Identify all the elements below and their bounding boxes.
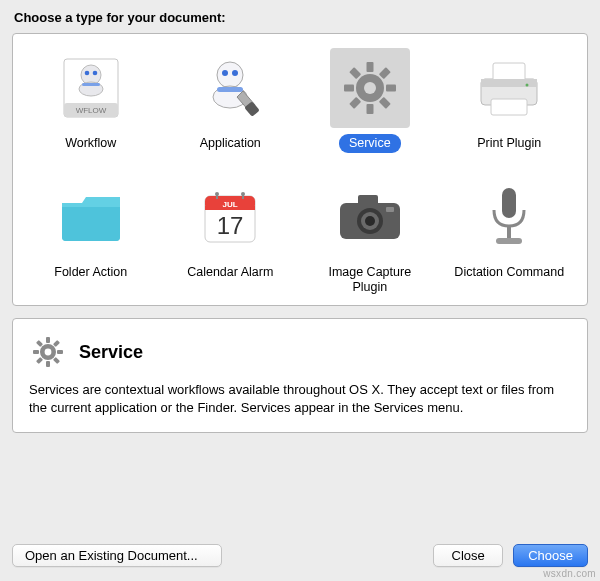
type-application[interactable]: Application [163, 48, 299, 153]
svg-rect-51 [33, 350, 39, 354]
watermark: wsxdn.com [543, 568, 596, 579]
svg-rect-52 [57, 350, 63, 354]
description-panel: Service Services are contextual workflow… [12, 318, 588, 433]
svg-rect-56 [53, 357, 60, 364]
gear-icon [29, 333, 67, 371]
description-title: Service [79, 342, 143, 363]
svg-rect-26 [491, 99, 527, 115]
svg-point-11 [232, 70, 238, 76]
svg-text:17: 17 [217, 212, 244, 239]
type-folder-action-label: Folder Action [44, 263, 137, 282]
svg-point-6 [92, 71, 97, 76]
type-print-plugin-label: Print Plugin [467, 134, 551, 153]
svg-rect-50 [46, 361, 50, 367]
svg-point-42 [365, 216, 375, 226]
type-workflow[interactable]: WFLOW Workflow [23, 48, 159, 153]
print-plugin-icon [469, 48, 549, 128]
choose-button[interactable]: Choose [513, 544, 588, 567]
svg-rect-44 [502, 188, 516, 218]
svg-rect-25 [493, 63, 525, 81]
image-capture-plugin-icon [330, 177, 410, 257]
dictation-command-icon [469, 177, 549, 257]
svg-point-15 [364, 82, 376, 94]
svg-point-48 [45, 349, 52, 356]
type-dictation-command-label: Dictation Command [444, 263, 574, 282]
type-workflow-label: Workflow [55, 134, 126, 153]
svg-rect-19 [386, 85, 396, 92]
svg-rect-22 [349, 67, 361, 79]
svg-text:WFLOW: WFLOW [75, 106, 106, 115]
folder-action-icon [51, 177, 131, 257]
svg-rect-27 [481, 79, 537, 87]
service-icon [330, 48, 410, 128]
svg-rect-37 [242, 194, 244, 199]
type-image-capture-plugin[interactable]: Image Capture Plugin [302, 177, 438, 297]
svg-point-5 [84, 71, 89, 76]
svg-rect-7 [82, 83, 100, 86]
svg-rect-21 [349, 97, 361, 109]
svg-rect-12 [217, 87, 243, 92]
type-service-label: Service [339, 134, 401, 153]
type-grid: WFLOW Workflow [13, 34, 587, 305]
open-existing-button[interactable]: Open an Existing Document... [12, 544, 222, 567]
svg-rect-43 [386, 207, 394, 212]
svg-rect-45 [507, 226, 511, 238]
type-image-capture-plugin-label: Image Capture Plugin [305, 263, 435, 297]
type-calendar-alarm-label: Calendar Alarm [177, 263, 283, 282]
svg-point-8 [217, 62, 243, 88]
description-header: Service [29, 333, 571, 371]
type-print-plugin[interactable]: Print Plugin [442, 48, 578, 153]
dialog-header: Choose a type for your document: [0, 0, 600, 33]
svg-rect-54 [36, 357, 43, 364]
svg-rect-16 [366, 62, 373, 72]
svg-rect-20 [379, 67, 391, 79]
document-type-panel: WFLOW Workflow [12, 33, 588, 306]
svg-rect-35 [216, 194, 218, 199]
close-button[interactable]: Close [433, 544, 503, 567]
type-application-label: Application [190, 134, 271, 153]
description-text: Services are contextual workflows availa… [29, 381, 571, 416]
svg-rect-18 [344, 85, 354, 92]
svg-rect-17 [366, 104, 373, 114]
svg-rect-55 [36, 340, 43, 347]
svg-point-28 [526, 84, 529, 87]
svg-rect-39 [358, 195, 378, 205]
application-icon [190, 48, 270, 128]
type-calendar-alarm[interactable]: JUL 17 Calendar Alarm [163, 177, 299, 297]
svg-rect-53 [53, 340, 60, 347]
svg-point-10 [222, 70, 228, 76]
dialog-footer: Open an Existing Document... Close Choos… [0, 530, 600, 581]
svg-text:JUL: JUL [223, 200, 238, 209]
svg-rect-49 [46, 337, 50, 343]
svg-rect-46 [496, 238, 522, 244]
type-dictation-command[interactable]: Dictation Command [442, 177, 578, 297]
workflow-icon: WFLOW [51, 48, 131, 128]
type-folder-action[interactable]: Folder Action [23, 177, 159, 297]
calendar-alarm-icon: JUL 17 [190, 177, 270, 257]
svg-rect-23 [379, 97, 391, 109]
type-service[interactable]: Service [302, 48, 438, 153]
